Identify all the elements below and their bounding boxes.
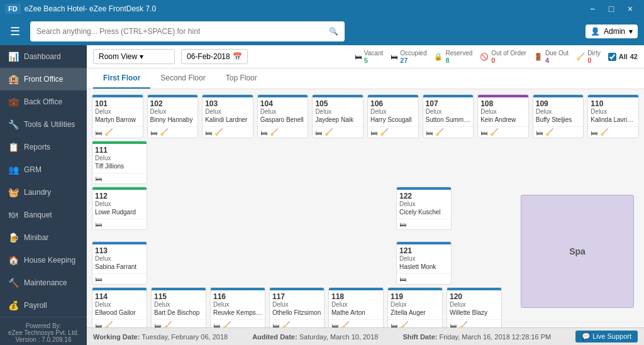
dirty-badge: 🧹 Dirty 0 [576,50,601,64]
room-103[interactable]: 103 Delux Kalindi Lardner 🛏🧹 [202,94,253,138]
vacant-label: Vacant [364,50,383,57]
close-button[interactable]: × [621,0,639,18]
sidebar-item-banquet[interactable]: 🍽 Banquet [0,204,87,226]
version-label: Version : 7.0.209.16 [6,336,80,343]
room-118[interactable]: 118 Delux Mathe Arton 🛏🧹 [328,287,384,327]
admin-label: Admin [604,27,625,36]
room-104[interactable]: 104 Delux Gasparo Benell 🛏🧹 [257,94,309,138]
room-view-select[interactable]: Room View ▾ [93,49,175,64]
occupied-count: 27 [400,57,426,64]
room-122[interactable]: 122 Delux Cicely Kuschel 🛏 [396,187,452,230]
sidebar-item-housekeeping[interactable]: 🏠 House Keeping [0,249,87,271]
spa-block: Spa [521,195,634,308]
sidebar-item-front-office[interactable]: 🏨 Front Office [0,68,87,90]
all-checkbox[interactable] [608,53,616,61]
back-office-icon: 💼 [8,97,19,107]
room-116[interactable]: 116 Delux Reuvke Kempstone 🛏🧹 [210,287,265,327]
sidebar-item-dashboard[interactable]: 📊 Dashboard [0,45,87,68]
room-101[interactable]: 101 Delux Martyn Barrow 🛏🧹 [92,94,143,138]
shift-date: Shift Date: Friday, March 16, 2018 12:28… [402,333,551,341]
app-title: eZee Beach Hotel- eZee FrontDesk 7.0 [25,4,156,13]
minibar-icon: 🍺 [8,233,19,243]
maintenance-icon: 🔨 [8,278,19,288]
top-bar: ☰ 🔍 👤 Admin ▾ [0,18,644,45]
minimize-button[interactable]: − [584,0,601,18]
dashboard-icon: 📊 [8,52,19,62]
search-input[interactable] [36,27,324,36]
sidebar-item-laundry[interactable]: 🧺 Laundry [0,181,87,204]
room-row-2: 111 Delux Tiff Jillions 🛏 [92,141,639,184]
room-grid-wrapper: 101 Delux Martyn Barrow 🛏🧹 102 Delux Bin… [92,94,639,327]
sidebar-item-payroll[interactable]: 💰 Payroll [0,294,87,317]
all-label: All [619,53,628,60]
powered-by-label: Powered By: [6,322,80,329]
tab-first-floor[interactable]: First Floor [93,68,150,89]
sidebar-label-banquet: Banquet [24,211,52,219]
sidebar-item-back-office[interactable]: 💼 Back Office [0,90,87,113]
out-of-order-badge: 🚫 Out of Order 0 [480,50,526,64]
room-117[interactable]: 117 Delux Othello Fitzsimon 🛏🧹 [269,287,325,327]
room-121[interactable]: 121 Delux Haslett Monk 🛏 [396,241,452,285]
room-109[interactable]: 109 Delux Buffy Steljies 🛏🧹 [533,94,584,138]
room-111[interactable]: 111 Delux Tiff Jillions 🛏 [92,141,147,184]
room-105[interactable]: 105 Delux Jaydeep Naik 🛏🧹 [312,94,364,138]
sidebar-label-grm: GRM [24,165,42,174]
room-119[interactable]: 119 Delux Zitella Auger 🛏🧹 [387,287,443,327]
room-108[interactable]: 108 Delux Kein Andrew 🛏🧹 [477,94,529,138]
sidebar-item-grm[interactable]: 👥 GRM [0,158,87,181]
sidebar-label-dashboard: Dashboard [24,52,61,61]
company-label: eZee Technosys Pvt. Ltd. [6,329,80,336]
sidebar-item-reports[interactable]: 📋 Reports [0,136,87,158]
room-112[interactable]: 112 Delux Lowe Rudgard 🛏 [92,187,147,230]
title-bar: FD eZee Beach Hotel- eZee FrontDesk 7.0 … [0,0,644,18]
layout: 📊 Dashboard 🏨 Front Office 💼 Back Office… [0,45,644,345]
reserved-badge: 🔒 Reserved 8 [434,50,472,64]
tab-top-floor[interactable]: Top Floor [216,68,267,89]
reserved-icon: 🔒 [434,53,443,61]
room-107[interactable]: 107 Delux Sutton Summerell 🛏🧹 [423,94,474,138]
sidebar-label-maintenance: Maintenance [24,278,67,287]
payroll-icon: 💰 [8,300,19,310]
room-115[interactable]: 115 Delux Bart De Bischop 🛏🧹 [151,287,206,327]
tools-icon: 🔧 [8,119,19,129]
sidebar-item-maintenance[interactable]: 🔨 Maintenance [0,271,87,294]
vacant-icon: 🛏 [355,53,362,60]
sidebar-label-payroll: Payroll [24,301,47,310]
room-106[interactable]: 106 Delux Harry Scougall 🛏🧹 [367,94,419,138]
room-120[interactable]: 120 Delux Willette Blazy 🛏🧹 [447,287,502,327]
live-support-button[interactable]: 💬 Live Support [575,331,638,342]
admin-menu[interactable]: 👤 Admin ▾ [586,25,638,38]
room-area[interactable]: 101 Delux Martyn Barrow 🛏🧹 102 Delux Bin… [87,89,644,327]
due-out-icon: 🚪 [534,53,543,61]
live-support-label: Live Support [592,332,631,340]
laundry-icon: 🧺 [8,187,19,197]
room-110[interactable]: 110 Delux Kalinda Lavrinov 🛏🧹 [587,94,639,138]
floor-tabs: First Floor Second Floor Top Floor [87,68,644,89]
search-box[interactable]: 🔍 [30,21,345,41]
due-out-badge: 🚪 Due Out 4 [534,50,569,64]
vacant-badge: 🛏 Vacant 5 [355,50,383,64]
hamburger-menu[interactable]: ☰ [6,21,24,42]
tab-second-floor[interactable]: Second Floor [150,68,215,89]
status-bar: Working Date: Tuesday, February 06, 2018… [87,327,644,345]
room-114[interactable]: 114 Delux Ellwood Gailor 🛏🧹 [92,287,147,327]
date-picker[interactable]: 06-Feb-2018 📅 [181,49,248,64]
sidebar-item-tools[interactable]: 🔧 Tools & Utilities [0,113,87,136]
sidebar-item-minibar[interactable]: 🍺 Minibar [0,226,87,249]
dirty-count: 0 [587,57,601,64]
out-of-order-count: 0 [491,57,526,64]
sidebar-footer: Powered By: eZee Technosys Pvt. Ltd. Ver… [0,317,87,345]
room-row-1: 101 Delux Martyn Barrow 🛏🧹 102 Delux Bin… [92,94,639,138]
all-count: 42 [630,53,638,60]
front-office-icon: 🏨 [8,74,19,84]
app-icon: FD [5,4,21,14]
restore-button[interactable]: □ [602,0,620,18]
room-113[interactable]: 113 Delux Sabina Farrant 🛏 [92,241,147,285]
col-left-rooms: 112 Delux Lowe Rudgard 🛏 113 Delux [92,187,147,285]
out-of-order-label: Out of Order [491,50,526,57]
date-value: 06-Feb-2018 [187,52,230,61]
sidebar-label-housekeeping: House Keeping [24,256,75,265]
out-of-order-icon: 🚫 [480,53,489,61]
room-102[interactable]: 102 Delux Binny Hannaby 🛏🧹 [147,94,199,138]
due-out-label: Due Out [545,50,569,57]
